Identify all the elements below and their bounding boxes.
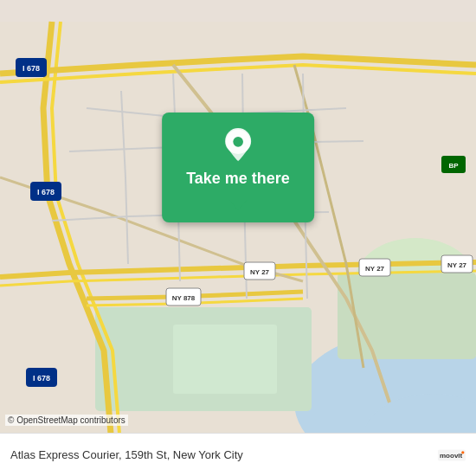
svg-text:NY 878: NY 878 (172, 294, 196, 302)
svg-rect-4 (173, 325, 277, 394)
svg-text:I 678: I 678 (37, 188, 55, 196)
svg-point-24 (233, 137, 243, 147)
address-text: Atlas Express Courier, 159th St, New Yor… (10, 448, 243, 461)
svg-text:NY 27: NY 27 (365, 265, 385, 273)
map-container: I 678 I 678 I 678 NY 27 NY 27 NY 27 NY 8… (0, 0, 476, 476)
moovit-icon: moovit (438, 441, 466, 469)
svg-text:moovit: moovit (440, 451, 463, 459)
svg-text:I 678: I 678 (23, 64, 40, 73)
moovit-logo: moovit (438, 441, 466, 469)
svg-text:I 678: I 678 (33, 374, 50, 383)
bottom-bar: Atlas Express Courier, 159th St, New Yor… (0, 433, 476, 476)
osm-credit: © OpenStreetMap contributors (5, 415, 128, 426)
svg-text:NY 27: NY 27 (250, 268, 270, 276)
take-me-there-container: Take me there (162, 113, 314, 222)
take-me-there-button[interactable]: Take me there (186, 170, 290, 188)
green-box[interactable]: Take me there (162, 113, 314, 222)
location-pin-icon (221, 128, 255, 163)
svg-rect-6 (338, 273, 476, 359)
svg-text:BP: BP (448, 162, 459, 170)
svg-text:NY 27: NY 27 (447, 261, 467, 269)
svg-point-27 (461, 451, 464, 453)
map-svg: I 678 I 678 I 678 NY 27 NY 27 NY 27 NY 8… (0, 0, 476, 476)
